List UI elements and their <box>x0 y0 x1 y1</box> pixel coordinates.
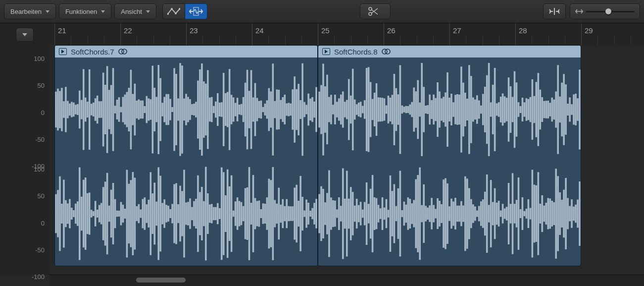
catch-playhead-icon <box>548 7 560 15</box>
view-menu-label: Ansicht <box>121 8 142 15</box>
channel-1 <box>318 57 581 162</box>
svg-point-11 <box>385 49 390 54</box>
svg-rect-7 <box>554 8 555 15</box>
audio-region[interactable]: SoftChords.7 <box>54 45 318 266</box>
audio-region[interactable]: SoftChords.8 <box>318 45 581 266</box>
amplitude-label: 50 <box>38 82 45 89</box>
audio-editor: 100500-50-100100500-50-100 SoftChords.7 <box>0 45 644 275</box>
bar-number: 22 <box>124 26 132 35</box>
region-play-icon[interactable] <box>322 48 330 55</box>
ruler-gutter <box>0 23 50 46</box>
zoom-arrows-icon <box>575 9 583 14</box>
zoom-track <box>586 11 635 12</box>
scrollbar-thumb[interactable] <box>136 278 186 283</box>
region-header[interactable]: SoftChords.8 <box>318 46 581 57</box>
loop-icon <box>382 48 391 55</box>
horizontal-zoom-slider[interactable] <box>570 3 640 19</box>
region-header[interactable]: SoftChords.7 <box>55 46 317 57</box>
channel-2 <box>55 162 317 266</box>
chevron-down-icon <box>101 10 105 13</box>
amplitude-scale: 100500-50-100100500-50-100 <box>0 45 50 275</box>
chevron-down-icon <box>146 10 150 13</box>
edit-menu[interactable]: Bearbeiten <box>4 3 56 19</box>
region-name: SoftChords.7 <box>71 48 114 56</box>
loop-icon <box>118 48 127 55</box>
channel-1 <box>55 57 317 162</box>
right-tool-group <box>543 3 640 19</box>
automation-curve-icon <box>167 7 180 15</box>
bar-number: 23 <box>190 26 198 35</box>
chevron-down-icon <box>46 10 50 13</box>
ruler-row: 212223242526272829 <box>0 23 644 46</box>
waveform-area <box>318 57 581 266</box>
amplitude-label: -50 <box>35 246 45 253</box>
svg-point-1 <box>171 8 173 10</box>
waveform-area <box>55 57 317 266</box>
horizontal-scrollbar[interactable] <box>50 275 644 286</box>
scissors-tool[interactable] <box>360 3 391 19</box>
svg-point-2 <box>175 12 177 14</box>
editor-toolbar: Bearbeiten Funktionen Ansicht <box>0 0 644 23</box>
amplitude-label: 0 <box>41 109 45 116</box>
chevron-down-icon <box>22 33 27 36</box>
ruler-options-button[interactable] <box>16 28 34 42</box>
channel-2 <box>318 162 581 266</box>
flex-icon <box>189 7 203 16</box>
automation-tool[interactable] <box>162 3 185 19</box>
bar-number: 29 <box>585 26 593 35</box>
view-menu[interactable]: Ansicht <box>114 3 156 19</box>
amplitude-label: 0 <box>41 219 45 227</box>
functions-menu[interactable]: Funktionen <box>59 3 111 19</box>
bar-number: 24 <box>255 26 264 35</box>
svg-point-5 <box>369 7 372 10</box>
region-name: SoftChords.8 <box>334 48 378 56</box>
bar-number: 21 <box>58 26 66 35</box>
svg-point-6 <box>369 12 372 15</box>
amplitude-label: -100 <box>32 273 45 281</box>
edit-menu-label: Bearbeiten <box>10 8 42 15</box>
amplitude-label: 100 <box>34 166 45 173</box>
bar-ruler[interactable]: 212223242526272829 <box>50 23 644 46</box>
bar-number: 25 <box>321 26 330 35</box>
amplitude-label: 50 <box>38 192 45 200</box>
bar-number: 26 <box>387 26 396 35</box>
flex-tool[interactable] <box>185 3 207 19</box>
scissors-icon <box>368 7 378 16</box>
functions-menu-label: Funktionen <box>65 8 97 15</box>
mode-tool-group <box>162 3 207 19</box>
amplitude-label: -50 <box>35 135 45 143</box>
bar-number: 28 <box>519 26 527 35</box>
catch-playhead-tool[interactable] <box>543 3 566 19</box>
svg-point-9 <box>122 49 127 54</box>
bar-number: 27 <box>453 26 461 35</box>
zoom-knob[interactable] <box>605 8 611 14</box>
amplitude-label: 100 <box>34 55 45 62</box>
tracks-area[interactable]: SoftChords.7 SoftChords.8 <box>50 45 644 275</box>
region-play-icon[interactable] <box>59 48 67 55</box>
